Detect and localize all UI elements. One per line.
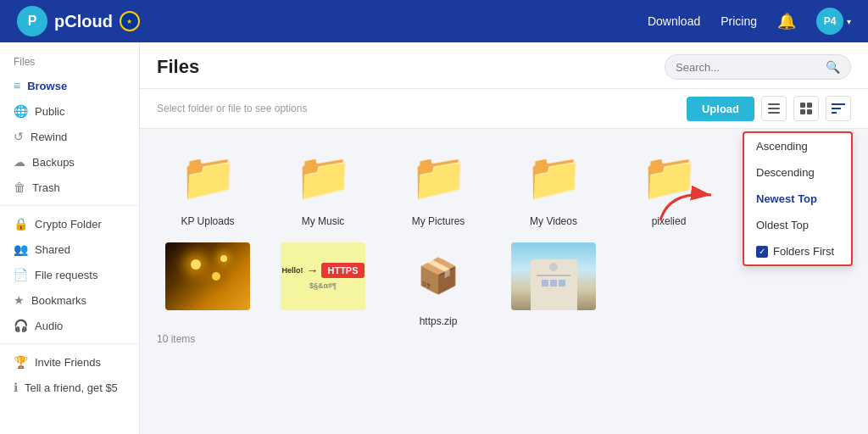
sidebar-audio-label: Audio [35, 320, 63, 332]
search-bar[interactable]: 🔍 [665, 54, 851, 80]
svg-rect-3 [800, 103, 805, 108]
sort-button[interactable] [826, 96, 851, 121]
sidebar-invite-label: Invite Friends [35, 356, 101, 369]
search-icon: 🔍 [826, 60, 840, 74]
grid-icon [800, 103, 812, 114]
grid-view-button[interactable] [793, 96, 819, 121]
folder-icon: 📁 [180, 150, 236, 203]
svg-rect-5 [800, 109, 805, 114]
sidebar-item-bookmarks[interactable]: ★ Bookmarks [0, 287, 139, 313]
sort-ascending[interactable]: Ascending [744, 133, 851, 159]
page-title: Files [157, 56, 199, 78]
https-image: Hello! → HTTPS $§&α#¶ [281, 242, 365, 310]
file-name: My Pictures [412, 215, 465, 229]
sidebar-item-rewind[interactable]: ↺ Rewind [0, 124, 139, 149]
content-area: Files 🔍 Select folder or file to see opt… [140, 42, 868, 434]
upload-button[interactable]: Upload [687, 97, 754, 121]
lights-image [165, 242, 250, 310]
sidebar-item-browse[interactable]: ≡ Browse [0, 73, 139, 98]
sort-folders-first[interactable]: ✓ Folders First [744, 238, 851, 264]
sidebar-item-invite[interactable]: 🏆 Invite Friends [0, 349, 139, 375]
image-thumb [165, 242, 250, 310]
file-item-my-music[interactable]: 📁 My Music [272, 142, 374, 229]
sidebar-item-trash[interactable]: 🗑 Trash [0, 175, 139, 200]
sidebar-bookmarks-label: Bookmarks [31, 294, 86, 307]
sort-descending[interactable]: Descending [744, 159, 851, 186]
sidebar-item-crypto[interactable]: 🔒 Crypto Folder [0, 211, 139, 236]
invite-icon: 🏆 [14, 355, 28, 369]
file-name: My Music [302, 215, 345, 229]
bell-icon[interactable]: 🔔 [777, 12, 796, 31]
sidebar-item-shared[interactable]: 👥 Shared [0, 236, 139, 262]
sidebar-item-public[interactable]: 🌐 Public [0, 98, 139, 124]
svg-rect-0 [768, 103, 780, 105]
avatar: P4 [816, 8, 843, 35]
toolbar-actions: Upload [687, 96, 851, 121]
logo-icon[interactable]: P [17, 6, 47, 36]
folder-icon: 📁 [295, 150, 352, 203]
folder-thumb: 📁 [511, 142, 596, 210]
browse-icon: ≡ [14, 79, 20, 92]
sidebar-item-audio[interactable]: 🎧 Audio [0, 313, 139, 338]
sidebar-item-tell[interactable]: ℹ Tell a friend, get $5 [0, 375, 139, 400]
folders-first-label: Folders First [773, 245, 834, 258]
search-input[interactable] [676, 61, 819, 74]
file-item-building[interactable] [503, 242, 604, 329]
items-count: 10 items [157, 328, 851, 350]
file-name: KP Uploads [181, 215, 234, 229]
file-item-https-zip[interactable]: 📦 https.zip [387, 242, 489, 329]
folder-thumb: 📁 [281, 142, 365, 210]
main-layout: Files ≡ Browse 🌐 Public ↺ Rewind ☁ Backu… [0, 42, 868, 434]
logo-area: P pCloud ★ [17, 6, 648, 36]
sidebar-divider [0, 205, 139, 206]
svg-rect-1 [768, 108, 780, 109]
chevron-down-icon: ▾ [847, 17, 851, 26]
file-name: My Videos [530, 215, 577, 229]
zip-icon: 📦 [417, 256, 459, 296]
header: P pCloud ★ Download Pricing 🔔 P4 ▾ [0, 0, 868, 42]
file-item-https-image[interactable]: Hello! → HTTPS $§&α#¶ [272, 242, 374, 329]
image-thumb: Hello! → HTTPS $§&α#¶ [281, 242, 365, 310]
folder-icon: 📁 [641, 150, 698, 203]
sidebar-item-backups[interactable]: ☁ Backups [0, 149, 139, 175]
toolbar: Select folder or file to see options Upl… [140, 89, 868, 129]
file-name: pixelied [652, 215, 687, 229]
audio-icon: 🎧 [14, 319, 28, 332]
sidebar: Files ≡ Browse 🌐 Public ↺ Rewind ☁ Backu… [0, 42, 140, 434]
crypto-icon: 🔒 [14, 217, 28, 231]
https-badge: HTTPS [321, 263, 364, 278]
list-view-button[interactable] [761, 96, 787, 121]
folders-first-checkbox[interactable]: ✓ [756, 246, 768, 258]
sort-oldest-top[interactable]: Oldest Top [744, 212, 851, 238]
eu-badge: ★ [120, 11, 140, 31]
file-item-my-videos[interactable]: 📁 My Videos [503, 142, 604, 229]
file-item-lights[interactable] [157, 242, 259, 329]
bookmarks-icon: ★ [14, 293, 25, 307]
pricing-link[interactable]: Pricing [721, 14, 757, 28]
file-item-kp-uploads[interactable]: 📁 KP Uploads [157, 142, 259, 229]
list-icon [768, 103, 780, 114]
rewind-icon: ↺ [14, 130, 24, 143]
folder-thumb: 📁 [165, 142, 250, 210]
sidebar-browse-label: Browse [27, 80, 67, 92]
trash-icon: 🗑 [14, 181, 25, 194]
download-link[interactable]: Download [648, 14, 700, 28]
sidebar-section-header: Files [0, 51, 139, 73]
tell-icon: ℹ [14, 381, 18, 394]
sidebar-divider-2 [0, 343, 139, 344]
sort-newest-top[interactable]: Newest Top [744, 186, 851, 212]
sidebar-tell-label: Tell a friend, get $5 [25, 381, 118, 394]
file-item-my-pictures[interactable]: 📁 My Pictures [387, 142, 489, 229]
folder-icon: 📁 [526, 150, 582, 203]
sidebar-shared-label: Shared [35, 243, 70, 256]
file-name: https.zip [420, 315, 458, 329]
zip-thumb: 📦 [396, 242, 481, 310]
sidebar-item-file-requests[interactable]: 📄 File requests [0, 262, 139, 287]
public-icon: 🌐 [14, 104, 28, 118]
folder-thumb: 📁 [626, 142, 711, 210]
file-item-pixelied[interactable]: 📁 pixelied [618, 142, 720, 229]
sidebar-backups-label: Backups [32, 156, 75, 169]
toolbar-hint: Select folder or file to see options [157, 103, 307, 114]
shared-icon: 👥 [14, 242, 28, 256]
avatar-area[interactable]: P4 ▾ [816, 8, 851, 35]
